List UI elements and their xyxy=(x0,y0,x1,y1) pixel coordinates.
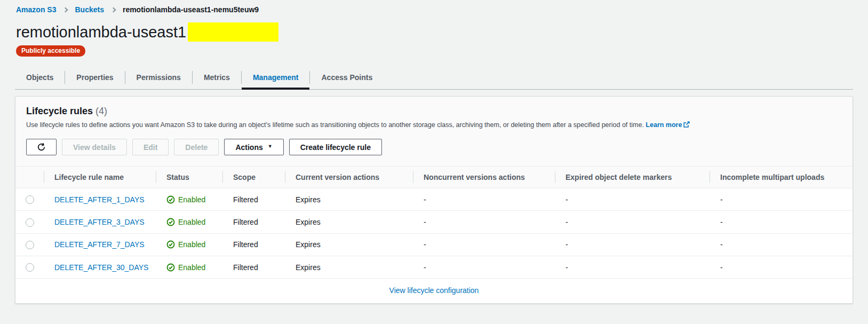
check-circle-icon xyxy=(166,218,175,226)
row-radio-button[interactable] xyxy=(26,195,34,204)
panel-description-text: Use lifecycle rules to define actions yo… xyxy=(26,121,644,129)
column-header-status: Status xyxy=(156,167,222,188)
panel-header: Lifecycle rules (4) Use lifecycle rules … xyxy=(15,97,853,167)
expired-object-delete-markers-cell: - xyxy=(555,188,710,211)
rule-name-link[interactable]: DELETE_AFTER_30_DAYS xyxy=(54,263,148,272)
tab-permissions[interactable]: Permissions xyxy=(125,66,192,89)
rule-name-link[interactable]: DELETE_AFTER_7_DAYS xyxy=(54,240,145,249)
incomplete-multipart-uploads-cell: - xyxy=(710,256,853,278)
rule-count: (4) xyxy=(95,106,107,116)
expired-object-delete-markers-cell: - xyxy=(555,256,710,278)
status-badge: Enabled xyxy=(166,195,212,204)
check-circle-icon xyxy=(166,195,175,204)
column-header-incomplete-multipart-uploads: Incomplete multipart uploads xyxy=(710,167,853,188)
tab-objects[interactable]: Objects xyxy=(15,66,65,89)
toolbar: View details Edit Delete Actions▼ Create… xyxy=(26,139,842,155)
noncurrent-versions-actions-cell: - xyxy=(413,211,555,233)
current-version-actions-cell: Expires xyxy=(285,256,413,278)
breadcrumb-buckets[interactable]: Buckets xyxy=(75,5,103,14)
status-label: Enabled xyxy=(178,218,205,226)
breadcrumb-amazon-s3[interactable]: Amazon S3 xyxy=(16,5,56,14)
refresh-icon xyxy=(37,143,46,152)
current-version-actions-cell: Expires xyxy=(285,188,413,211)
edit-button[interactable]: Edit xyxy=(132,139,169,155)
chevron-right-icon xyxy=(110,7,116,12)
scope-cell: Filtered xyxy=(222,188,285,211)
view-details-button[interactable]: View details xyxy=(62,139,127,155)
redaction-highlight xyxy=(188,22,278,42)
refresh-button[interactable] xyxy=(26,139,57,155)
publicly-accessible-badge: Publicly accessible xyxy=(16,45,85,57)
column-header-noncurrent-versions-actions: Noncurrent versions actions xyxy=(413,167,555,188)
table-header-row: Lifecycle rule name Status Scope Current… xyxy=(15,167,853,188)
tab-properties[interactable]: Properties xyxy=(65,66,124,89)
create-lifecycle-rule-button[interactable]: Create lifecycle rule xyxy=(289,139,382,155)
incomplete-multipart-uploads-cell: - xyxy=(710,233,853,256)
selection-column-header xyxy=(15,167,44,188)
status-label: Enabled xyxy=(178,263,205,272)
caret-down-icon: ▼ xyxy=(268,144,273,149)
column-header-current-version-actions: Current version actions xyxy=(285,167,413,188)
check-circle-icon xyxy=(166,263,175,272)
bucket-tabs: Objects Properties Permissions Metrics M… xyxy=(15,66,853,90)
delete-button[interactable]: Delete xyxy=(174,139,219,155)
status-label: Enabled xyxy=(178,195,205,204)
row-radio-button[interactable] xyxy=(26,218,34,227)
actions-dropdown-button[interactable]: Actions▼ xyxy=(224,139,283,155)
page-content: Amazon S3 Buckets remotionlambda-useast1… xyxy=(0,0,868,304)
noncurrent-versions-actions-cell: - xyxy=(413,256,555,278)
external-link-icon xyxy=(683,121,690,128)
noncurrent-versions-actions-cell: - xyxy=(413,188,555,211)
breadcrumb-current-bucket: remotionlambda-useast1-nemu5teuw9 xyxy=(123,5,259,14)
chevron-right-icon xyxy=(63,7,68,12)
scope-cell: Filtered xyxy=(222,233,285,256)
incomplete-multipart-uploads-cell: - xyxy=(710,211,853,233)
incomplete-multipart-uploads-cell: - xyxy=(710,188,853,211)
panel-footer: View lifecycle configuration xyxy=(15,278,853,303)
bucket-name-text: remotionlambda-useast1 xyxy=(16,23,186,41)
lifecycle-rules-table: Lifecycle rule name Status Scope Current… xyxy=(15,167,853,278)
scope-cell: Filtered xyxy=(222,256,285,278)
status-badge: Enabled xyxy=(166,218,212,226)
check-circle-icon xyxy=(166,240,175,249)
learn-more-link[interactable]: Learn more xyxy=(646,121,690,129)
current-version-actions-cell: Expires xyxy=(285,233,413,256)
table-row: DELETE_AFTER_30_DAYS Enabled Filtered Ex… xyxy=(15,256,853,278)
breadcrumb: Amazon S3 Buckets remotionlambda-useast1… xyxy=(15,5,853,14)
panel-title-text: Lifecycle rules xyxy=(26,106,93,116)
status-badge: Enabled xyxy=(166,240,212,249)
status-label: Enabled xyxy=(178,240,205,249)
tab-metrics[interactable]: Metrics xyxy=(193,66,241,89)
column-header-expired-object-delete-markers: Expired object delete markers xyxy=(555,167,710,188)
status-badge: Enabled xyxy=(166,263,212,272)
learn-more-label: Learn more xyxy=(646,121,682,129)
expired-object-delete-markers-cell: - xyxy=(555,211,710,233)
actions-label: Actions xyxy=(235,143,262,152)
expired-object-delete-markers-cell: - xyxy=(555,233,710,256)
column-header-scope: Scope xyxy=(222,167,285,188)
rule-name-link[interactable]: DELETE_AFTER_1_DAYS xyxy=(54,195,145,204)
rule-name-link[interactable]: DELETE_AFTER_3_DAYS xyxy=(54,218,145,226)
lifecycle-rules-panel: Lifecycle rules (4) Use lifecycle rules … xyxy=(15,96,853,304)
current-version-actions-cell: Expires xyxy=(285,211,413,233)
view-lifecycle-configuration-link[interactable]: View lifecycle configuration xyxy=(389,286,479,295)
page-title: remotionlambda-useast1 xyxy=(16,22,853,42)
noncurrent-versions-actions-cell: - xyxy=(413,233,555,256)
scope-cell: Filtered xyxy=(222,211,285,233)
row-radio-button[interactable] xyxy=(26,263,34,272)
row-radio-button[interactable] xyxy=(26,241,34,249)
table-row: DELETE_AFTER_1_DAYS Enabled Filtered Exp… xyxy=(15,188,853,211)
tab-access-points[interactable]: Access Points xyxy=(310,66,384,89)
panel-description: Use lifecycle rules to define actions yo… xyxy=(26,121,842,130)
table-row: DELETE_AFTER_3_DAYS Enabled Filtered Exp… xyxy=(15,211,853,233)
column-header-rule-name: Lifecycle rule name xyxy=(44,167,156,188)
table-row: DELETE_AFTER_7_DAYS Enabled Filtered Exp… xyxy=(15,233,853,256)
tab-management[interactable]: Management xyxy=(242,66,310,89)
panel-title: Lifecycle rules (4) xyxy=(26,106,842,117)
